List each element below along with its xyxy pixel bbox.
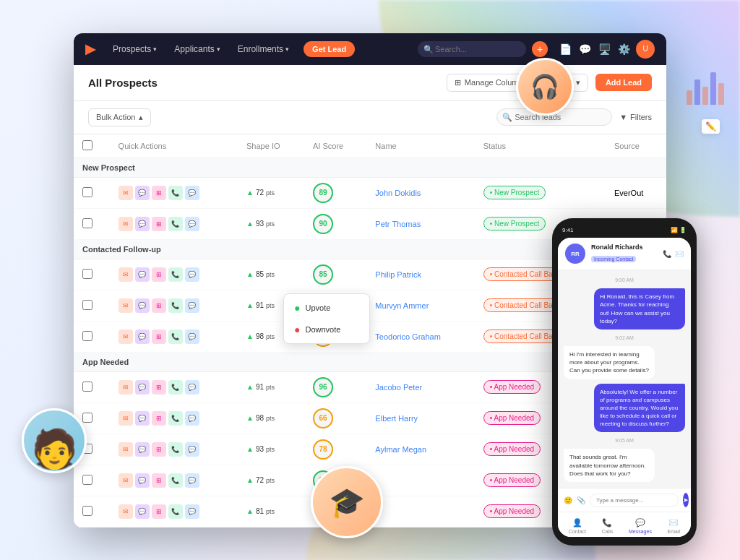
context-menu-downvote[interactable]: ● Downvote bbox=[284, 319, 369, 340]
email-icon[interactable]: ✉ bbox=[119, 217, 133, 231]
chat-icon[interactable]: 💬 bbox=[185, 217, 199, 231]
phone-icon[interactable]: 📞 bbox=[168, 186, 183, 200]
prospect-name[interactable]: Aylmar Megan bbox=[375, 445, 426, 454]
sms-icon[interactable]: 💬 bbox=[135, 267, 150, 282]
chat-send-button[interactable]: ➤ bbox=[683, 493, 689, 507]
row-checkbox[interactable] bbox=[82, 382, 92, 392]
grid-icon[interactable]: ⊞ bbox=[152, 504, 166, 519]
prospect-name[interactable]: Petr Thomas bbox=[375, 220, 421, 228]
phone-icon[interactable]: 📞 bbox=[168, 380, 183, 395]
chat-icon[interactable]: 💬 bbox=[185, 442, 199, 457]
nav-search-input[interactable] bbox=[418, 41, 526, 57]
grid-icon[interactable]: ⊞ bbox=[152, 329, 166, 344]
chat-icon[interactable]: 💬 bbox=[185, 267, 199, 282]
grid-icon[interactable]: ⊞ bbox=[152, 217, 166, 231]
sms-icon[interactable]: 💬 bbox=[135, 329, 150, 344]
email-icon[interactable]: ✉ bbox=[119, 298, 133, 313]
phone-icon[interactable]: 📞 bbox=[168, 473, 183, 488]
phone-nav-messages[interactable]: 💬 Messages bbox=[629, 518, 652, 534]
grid-icon[interactable]: ⊞ bbox=[152, 473, 166, 488]
sms-icon[interactable]: 💬 bbox=[135, 504, 150, 519]
grid-icon[interactable]: ⊞ bbox=[152, 380, 166, 395]
chat-input[interactable] bbox=[590, 494, 679, 507]
sms-icon[interactable]: 💬 bbox=[135, 442, 150, 457]
row-checkbox[interactable] bbox=[82, 475, 92, 485]
email-icon[interactable]: ✉ bbox=[119, 473, 133, 488]
pts-cell: ▲ 91 pts bbox=[246, 383, 296, 391]
status-badge: • App Needed bbox=[483, 473, 541, 487]
grid-icon[interactable]: ⊞ bbox=[152, 267, 166, 282]
sms-icon[interactable]: 💬 bbox=[135, 298, 150, 313]
grid-icon[interactable]: ⊞ bbox=[152, 442, 166, 457]
prospect-name[interactable]: Elbert Harry bbox=[375, 414, 418, 423]
nav-item-applicants[interactable]: Applicants ▾ bbox=[168, 41, 225, 57]
phone-icon[interactable]: 📞 bbox=[168, 329, 183, 344]
email-icon[interactable]: ✉ bbox=[119, 329, 133, 344]
sms-icon[interactable]: 💬 bbox=[135, 473, 150, 488]
row-checkbox[interactable] bbox=[82, 331, 92, 341]
phone-icon[interactable]: 📞 bbox=[168, 442, 183, 457]
chat-icon[interactable]: 💬 bbox=[185, 186, 199, 200]
email-icon[interactable]: ✉ bbox=[119, 380, 133, 395]
chat-icon[interactable]: 💬 bbox=[185, 504, 199, 519]
grid-icon[interactable]: ⊞ bbox=[152, 298, 166, 313]
phone-nav-calls[interactable]: 📞 Calls bbox=[602, 518, 614, 534]
phone-icon[interactable]: 📞 bbox=[168, 411, 183, 426]
nav-item-enrollments[interactable]: Enrollments ▾ bbox=[232, 41, 295, 57]
sms-icon[interactable]: 💬 bbox=[135, 186, 150, 200]
context-menu-upvote[interactable]: ● Upvote bbox=[284, 297, 369, 319]
phone-icon[interactable]: 📞 bbox=[168, 217, 183, 231]
email-icon[interactable]: ✉ bbox=[119, 186, 133, 200]
chat-icon[interactable]: 💬 bbox=[579, 43, 591, 55]
row-checkbox[interactable] bbox=[82, 413, 92, 423]
toolbar-right: 🔍 ▼ Filters bbox=[496, 108, 652, 126]
chevron-down-icon: ▾ bbox=[576, 78, 580, 87]
phone-nav-email[interactable]: ✉️ Email bbox=[668, 518, 681, 534]
get-lead-button[interactable]: Get Lead bbox=[304, 41, 355, 57]
row-checkbox[interactable] bbox=[82, 187, 92, 197]
prospect-name[interactable]: Murvyn Ammer bbox=[375, 301, 429, 310]
row-checkbox[interactable] bbox=[82, 218, 92, 228]
bulk-action-button[interactable]: Bulk Action ▴ bbox=[88, 108, 151, 126]
chat-icon[interactable]: 💬 bbox=[185, 329, 199, 344]
chat-icon[interactable]: 💬 bbox=[185, 298, 199, 313]
phone-icon[interactable]: 📞 bbox=[168, 298, 183, 313]
prospect-name[interactable]: Jacobo Peter bbox=[375, 383, 422, 392]
chat-icon[interactable]: 💬 bbox=[185, 380, 199, 395]
row-checkbox[interactable] bbox=[82, 506, 92, 516]
prospect-name[interactable]: Philip Patrick bbox=[375, 270, 421, 279]
prospect-name[interactable]: John Dokidis bbox=[375, 189, 421, 197]
grid-icon[interactable]: ⊞ bbox=[152, 411, 166, 426]
chat-icon[interactable]: 💬 bbox=[185, 411, 199, 426]
nav-icons: 📄 💬 🖥️ ⚙️ bbox=[559, 43, 630, 55]
email-icon[interactable]: ✉ bbox=[119, 267, 133, 282]
chat-icon[interactable]: 💬 bbox=[185, 473, 199, 488]
add-button[interactable]: + bbox=[532, 41, 548, 57]
email-icon[interactable]: ✉ bbox=[119, 504, 133, 519]
phone-icon[interactable]: 📞 bbox=[168, 504, 183, 519]
add-lead-button[interactable]: Add Lead bbox=[595, 74, 652, 91]
row-checkbox[interactable] bbox=[82, 300, 92, 310]
grid-icon[interactable]: ⊞ bbox=[152, 186, 166, 200]
email-icon[interactable]: ✉ bbox=[119, 442, 133, 457]
phone-header-icons: 📞 ✉️ bbox=[663, 250, 684, 258]
document-icon[interactable]: 📄 bbox=[559, 43, 572, 55]
select-all-checkbox[interactable] bbox=[82, 140, 92, 150]
settings-icon[interactable]: ⚙️ bbox=[618, 43, 630, 55]
phone-nav-contact[interactable]: 👤 Contact bbox=[569, 518, 586, 534]
filters-button[interactable]: ▼ Filters bbox=[619, 113, 652, 121]
row-checkbox[interactable] bbox=[82, 269, 92, 279]
chat-input-bar: 🙂 📎 ➤ bbox=[558, 488, 691, 512]
sms-icon[interactable]: 💬 bbox=[135, 380, 150, 395]
sms-icon[interactable]: 💬 bbox=[135, 411, 150, 426]
pts-cell: ▲ 93 pts bbox=[246, 220, 296, 228]
nav-item-prospects[interactable]: Prospects ▾ bbox=[107, 41, 163, 57]
phone-icon[interactable]: 📞 bbox=[168, 267, 183, 282]
email-icon[interactable]: ✉ bbox=[119, 411, 133, 426]
phone-bottom-nav: 👤 Contact 📞 Calls 💬 Messages ✉️ Email bbox=[558, 512, 691, 537]
monitor-icon[interactable]: 🖥️ bbox=[598, 43, 611, 55]
avatar[interactable]: U bbox=[636, 40, 655, 59]
prospect-name[interactable]: Teodorico Graham bbox=[375, 332, 441, 341]
phone-time: 9:41 bbox=[562, 227, 574, 233]
sms-icon[interactable]: 💬 bbox=[135, 217, 150, 231]
